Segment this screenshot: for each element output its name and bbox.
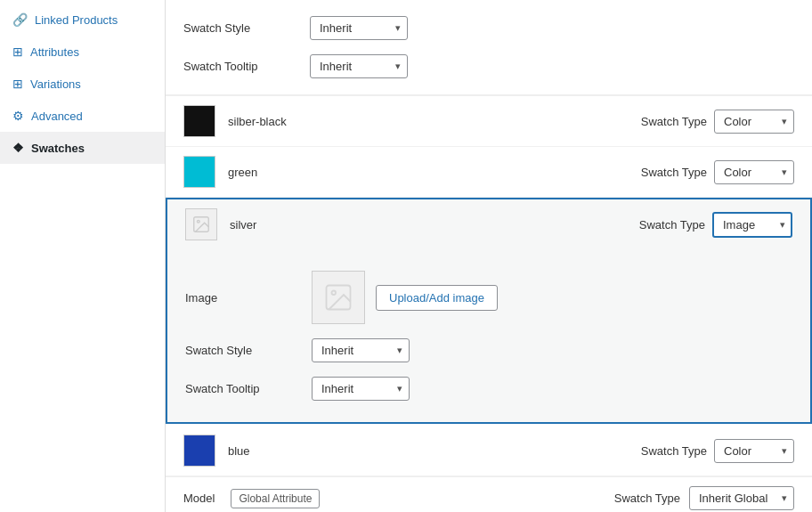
image-field: Image Upload/Add image bbox=[185, 264, 792, 331]
swatch-style-label: Swatch Style bbox=[183, 21, 299, 35]
swatch-row-blue: blue Swatch Type Color Image Text bbox=[166, 426, 812, 476]
footer-swatch-type-select[interactable]: Inherit Global Color Image Text bbox=[689, 486, 794, 510]
svg-point-1 bbox=[197, 220, 199, 223]
expanded-swatch-style-select[interactable]: Inherit Round Square bbox=[312, 338, 410, 362]
swatch-name-green: green bbox=[228, 166, 641, 179]
sidebar-item-label: Swatches bbox=[31, 142, 85, 155]
swatch-type-label-silver: Swatch Type bbox=[639, 218, 705, 232]
swatch-type-group-silber-black: Swatch Type Color Image Text bbox=[641, 110, 794, 134]
swatch-color-green bbox=[183, 156, 215, 188]
image-thumbnail bbox=[312, 271, 365, 324]
expanded-swatch-tooltip-label: Swatch Tooltip bbox=[185, 382, 301, 395]
footer-swatch-type-select-wrap: Inherit Global Color Image Text bbox=[689, 486, 794, 510]
swatch-color-blue bbox=[183, 435, 215, 467]
sidebar-item-linked-products[interactable]: 🔗 Linked Products bbox=[0, 4, 165, 36]
footer-swatch-type-label: Swatch Type bbox=[614, 492, 680, 505]
swatch-image-silver bbox=[185, 208, 217, 240]
image-upload-area: Upload/Add image bbox=[312, 271, 498, 324]
swatch-type-label-silber-black: Swatch Type bbox=[641, 115, 707, 128]
swatch-style-select[interactable]: Inherit Round Square bbox=[310, 16, 408, 40]
expanded-swatch-style-row: Swatch Style Inherit Round Square bbox=[185, 331, 792, 370]
sidebar-item-swatches[interactable]: ❖ Swatches bbox=[0, 132, 165, 164]
swatch-type-select-wrap-silber-black: Color Image Text bbox=[714, 110, 794, 134]
expanded-swatch-tooltip-row: Swatch Tooltip Inherit Yes No bbox=[185, 370, 792, 408]
swatch-type-select-wrap-silver: Color Image Text bbox=[712, 212, 792, 238]
expanded-swatch-style-select-wrap: Inherit Round Square bbox=[312, 338, 410, 362]
sidebar: 🔗 Linked Products ⊞ Attributes ⊞ Variati… bbox=[0, 0, 166, 512]
swatch-row-silver: silver Swatch Type Color Image Text bbox=[166, 198, 812, 249]
upload-add-image-button[interactable]: Upload/Add image bbox=[376, 285, 498, 311]
swatch-type-select-green[interactable]: Color Image Text bbox=[714, 160, 794, 184]
swatch-name-blue: blue bbox=[228, 444, 641, 458]
sidebar-item-attributes[interactable]: ⊞ Attributes bbox=[0, 36, 165, 68]
expanded-swatch-style-label: Swatch Style bbox=[185, 344, 301, 357]
swatch-type-group-blue: Swatch Type Color Image Text bbox=[641, 439, 794, 463]
sidebar-item-label: Linked Products bbox=[35, 13, 118, 27]
swatch-name-silver: silver bbox=[230, 218, 639, 232]
swatch-name-silber-black: silber-black bbox=[228, 115, 641, 128]
footer-row: Model Global Attribute Swatch Type Inher… bbox=[166, 476, 812, 512]
swatch-type-select-wrap-blue: Color Image Text bbox=[714, 439, 794, 463]
swatch-tooltip-row: Swatch Tooltip Inherit Yes No bbox=[183, 47, 794, 85]
swatch-row-silber-black: silber-black Swatch Type Color Image Tex… bbox=[166, 96, 812, 147]
swatch-type-select-silver[interactable]: Color Image Text bbox=[712, 212, 792, 238]
swatch-style-row: Swatch Style Inherit Round Square bbox=[183, 9, 794, 47]
swatch-expanded-silver: Image Upload/Add image Swatch S bbox=[166, 249, 812, 424]
expanded-swatch-tooltip-select[interactable]: Inherit Yes No bbox=[312, 377, 410, 401]
swatch-type-label-green: Swatch Type bbox=[641, 166, 707, 179]
sidebar-item-label: Attributes bbox=[30, 45, 79, 59]
top-fields: Swatch Style Inherit Round Square Swatch… bbox=[166, 0, 812, 95]
sidebar-item-variations[interactable]: ⊞ Variations bbox=[0, 68, 165, 100]
expanded-swatch-tooltip-select-wrap: Inherit Yes No bbox=[312, 377, 410, 401]
main-content: Swatch Style Inherit Round Square Swatch… bbox=[166, 0, 812, 512]
variations-icon: ⊞ bbox=[12, 77, 23, 91]
global-attribute-badge: Global Attribute bbox=[231, 489, 320, 508]
swatch-row-green: green Swatch Type Color Image Text bbox=[166, 147, 812, 198]
swatch-type-label-blue: Swatch Type bbox=[641, 444, 707, 458]
svg-point-3 bbox=[332, 291, 337, 296]
model-label: Model bbox=[183, 492, 215, 505]
link-icon: 🔗 bbox=[12, 12, 28, 27]
swatch-tooltip-label: Swatch Tooltip bbox=[183, 60, 299, 73]
swatch-tooltip-select-wrap: Inherit Yes No bbox=[310, 54, 408, 78]
sidebar-item-label: Variations bbox=[30, 77, 81, 91]
image-label: Image bbox=[185, 291, 301, 305]
swatch-type-select-blue[interactable]: Color Image Text bbox=[714, 439, 794, 463]
swatch-type-select-wrap-green: Color Image Text bbox=[714, 160, 794, 184]
swatch-color-silber-black bbox=[183, 105, 215, 137]
swatch-list: silber-black Swatch Type Color Image Tex… bbox=[166, 95, 812, 476]
swatch-type-group-silver: Swatch Type Color Image Text bbox=[639, 212, 792, 238]
sidebar-item-advanced[interactable]: ⚙ Advanced bbox=[0, 100, 165, 132]
swatch-style-select-wrap: Inherit Round Square bbox=[310, 16, 408, 40]
swatch-type-select-silber-black[interactable]: Color Image Text bbox=[714, 110, 794, 134]
swatches-icon: ❖ bbox=[12, 141, 24, 155]
gear-icon: ⚙ bbox=[12, 109, 24, 123]
sidebar-item-label: Advanced bbox=[31, 110, 83, 123]
attributes-icon: ⊞ bbox=[12, 45, 23, 59]
swatch-type-group-green: Swatch Type Color Image Text bbox=[641, 160, 794, 184]
swatch-tooltip-select[interactable]: Inherit Yes No bbox=[310, 54, 408, 78]
